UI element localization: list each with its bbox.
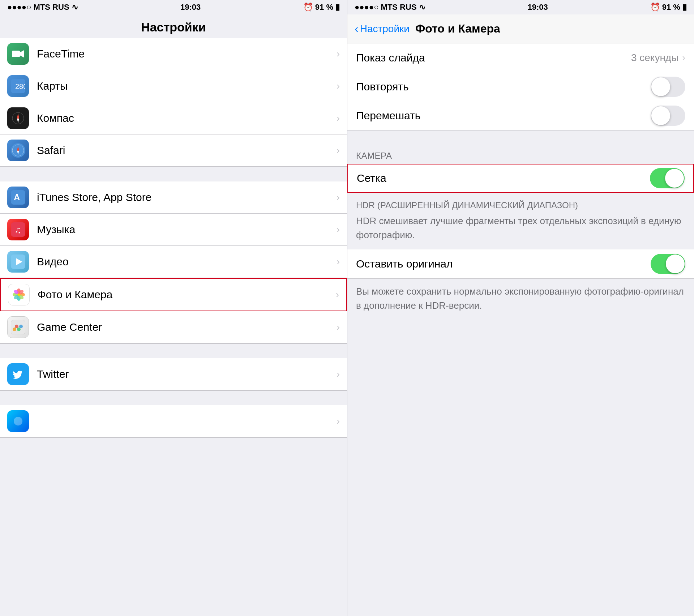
keep-original-toggle[interactable] bbox=[651, 254, 685, 274]
back-button[interactable]: ‹ Настройки bbox=[355, 22, 410, 35]
shuffle-item[interactable]: Перемешать bbox=[347, 101, 694, 130]
divider-3 bbox=[0, 391, 347, 405]
left-panel-title: Настройки bbox=[0, 14, 347, 38]
settings-item-maps[interactable]: 280 Карты › bbox=[0, 70, 347, 102]
gamecenter-icon bbox=[7, 316, 29, 338]
extra-chevron: › bbox=[337, 415, 340, 427]
photos-label: Фото и Камера bbox=[38, 288, 332, 301]
grid-item[interactable]: Сетка bbox=[347, 164, 694, 193]
settings-item-appstore[interactable]: A iTunes Store, App Store › bbox=[0, 181, 347, 214]
shuffle-label: Перемешать bbox=[356, 110, 651, 122]
svg-point-33 bbox=[14, 417, 22, 425]
right-wifi-icon: ∿ bbox=[419, 3, 425, 12]
slideshow-value: 3 секунды bbox=[631, 52, 678, 64]
settings-group-2: A iTunes Store, App Store › ♫ Музыка › bbox=[0, 181, 347, 344]
divider-1 bbox=[0, 167, 347, 181]
camera-section: Сетка bbox=[347, 164, 694, 193]
compass-icon bbox=[7, 107, 29, 129]
svg-text:A: A bbox=[14, 192, 20, 202]
right-time: 19:03 bbox=[528, 3, 548, 12]
repeat-item[interactable]: Повторять bbox=[347, 72, 694, 101]
left-time: 19:03 bbox=[180, 3, 201, 12]
left-battery-pct: 91 % bbox=[315, 3, 333, 12]
maps-icon: 280 bbox=[7, 75, 29, 97]
right-panel: ●●●●○ MTS RUS ∿ 19:03 ⏰ 91 % ▮ ‹ Настрой… bbox=[347, 0, 694, 616]
appstore-icon: A bbox=[7, 187, 29, 208]
grid-toggle[interactable] bbox=[650, 168, 685, 188]
left-battery-info: ⏰ 91 % ▮ bbox=[303, 3, 340, 12]
left-carrier-info: ●●●●○ MTS RUS ∿ bbox=[7, 3, 78, 12]
divider-2 bbox=[0, 344, 347, 358]
slideshow-chevron: › bbox=[682, 52, 685, 63]
left-carrier: ●●●●○ MTS RUS bbox=[7, 3, 69, 12]
photos-icon bbox=[8, 284, 30, 305]
original-desc: Вы можете сохранить нормально экспониров… bbox=[347, 279, 694, 318]
back-label: Настройки bbox=[360, 23, 410, 35]
slideshow-item[interactable]: Показ слайда 3 секунды › bbox=[347, 43, 694, 72]
repeat-toggle-knob bbox=[651, 77, 670, 96]
video-chevron: › bbox=[337, 256, 340, 268]
repeat-toggle[interactable] bbox=[651, 77, 685, 97]
left-battery-icon: ▮ bbox=[335, 3, 340, 12]
svg-point-29 bbox=[19, 325, 23, 328]
settings-item-compass[interactable]: Компас › bbox=[0, 102, 347, 134]
right-alarm-icon: ⏰ bbox=[650, 3, 660, 12]
gamecenter-chevron: › bbox=[337, 321, 340, 333]
slideshow-section: Показ слайда 3 секунды › Повторять Перем… bbox=[347, 43, 694, 131]
twitter-chevron: › bbox=[337, 368, 340, 380]
settings-item-extra[interactable]: › bbox=[0, 405, 347, 437]
settings-group-3: Twitter › bbox=[0, 358, 347, 391]
facetime-chevron: › bbox=[337, 48, 340, 60]
keep-original-toggle-knob bbox=[666, 254, 685, 273]
settings-item-twitter[interactable]: Twitter › bbox=[0, 358, 347, 390]
compass-label: Компас bbox=[37, 112, 333, 124]
settings-item-video[interactable]: Видео › bbox=[0, 246, 347, 278]
camera-section-header: КАМЕРА bbox=[347, 145, 694, 164]
svg-point-28 bbox=[15, 325, 18, 328]
maps-label: Карты bbox=[37, 80, 333, 92]
settings-item-safari[interactable]: Safari › bbox=[0, 134, 347, 167]
back-chevron-icon: ‹ bbox=[355, 22, 359, 35]
left-alarm-icon: ⏰ bbox=[303, 3, 313, 12]
settings-item-gamecenter[interactable]: Game Center › bbox=[0, 311, 347, 343]
settings-list: FaceTime › 280 Карты › bbox=[0, 38, 347, 616]
compass-chevron: › bbox=[337, 112, 340, 124]
safari-icon bbox=[7, 140, 29, 161]
settings-item-music[interactable]: ♫ Музыка › bbox=[0, 214, 347, 246]
right-nav-bar: ‹ Настройки Фото и Камера bbox=[347, 14, 694, 43]
keep-original-section: Оставить оригинал bbox=[347, 249, 694, 279]
settings-item-facetime[interactable]: FaceTime › bbox=[0, 38, 347, 70]
keep-original-label: Оставить оригинал bbox=[356, 258, 651, 270]
settings-group-1: FaceTime › 280 Карты › bbox=[0, 38, 347, 167]
keep-original-item[interactable]: Оставить оригинал bbox=[347, 249, 694, 278]
shuffle-toggle[interactable] bbox=[651, 106, 685, 126]
right-carrier-info: ●●●●○ MTS RUS ∿ bbox=[355, 3, 425, 12]
twitter-icon bbox=[7, 363, 29, 385]
right-content: Показ слайда 3 секунды › Повторять Перем… bbox=[347, 43, 694, 616]
svg-marker-1 bbox=[20, 50, 24, 57]
shuffle-toggle-knob bbox=[651, 106, 670, 125]
grid-toggle-knob bbox=[665, 169, 684, 188]
photos-chevron: › bbox=[336, 289, 339, 300]
video-label: Видео bbox=[37, 256, 333, 268]
twitter-label: Twitter bbox=[37, 368, 333, 380]
left-panel: ●●●●○ MTS RUS ∿ 19:03 ⏰ 91 % ▮ Настройки… bbox=[0, 0, 347, 616]
settings-item-photos[interactable]: Фото и Камера › bbox=[0, 278, 347, 311]
right-battery-icon: ▮ bbox=[682, 3, 687, 12]
svg-point-31 bbox=[13, 328, 16, 331]
music-chevron: › bbox=[337, 224, 340, 235]
svg-text:280: 280 bbox=[15, 82, 25, 90]
grid-label: Сетка bbox=[357, 172, 650, 184]
extra-icon bbox=[7, 410, 29, 432]
repeat-label: Повторять bbox=[356, 81, 651, 93]
facetime-icon bbox=[7, 43, 29, 65]
right-status-bar: ●●●●○ MTS RUS ∿ 19:03 ⏰ 91 % ▮ bbox=[347, 0, 694, 14]
right-panel-title: Фото и Камера bbox=[415, 22, 500, 35]
svg-text:♫: ♫ bbox=[14, 224, 22, 235]
svg-rect-0 bbox=[12, 51, 20, 57]
safari-label: Safari bbox=[37, 144, 333, 157]
safari-chevron: › bbox=[337, 145, 340, 156]
hdr-block: HDR (РАСШИРЕННЫЙ ДИНАМИЧЕСКИЙ ДИАПАЗОН) … bbox=[347, 193, 694, 249]
svg-point-30 bbox=[17, 328, 21, 331]
left-wifi-icon: ∿ bbox=[72, 3, 78, 12]
